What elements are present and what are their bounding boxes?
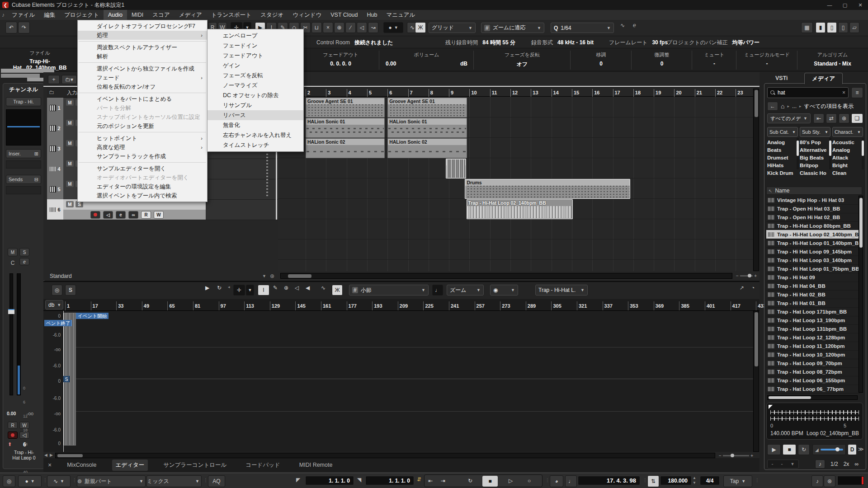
go-to-end-icon[interactable]: ⇥: [441, 478, 445, 484]
info-column-5[interactable]: ミュート-: [692, 51, 736, 70]
color-tool[interactable]: ↝: [368, 22, 378, 33]
submenu-item[interactable]: フェードアウト: [208, 51, 303, 61]
close-icon[interactable]: ✕: [853, 0, 868, 10]
attribute-item[interactable]: Acoustic: [832, 139, 863, 146]
grid-type-dropdown[interactable]: # ズームに適応▼: [481, 23, 544, 33]
sends-section[interactable]: Sends⊟: [6, 175, 41, 184]
attribute-item[interactable]: Analog: [767, 139, 798, 146]
channel-up-icon[interactable]: ⬆: [8, 441, 12, 447]
media-type-filter-dropdown[interactable]: すべてのメディアタ.▼: [767, 113, 811, 123]
close-lower-zone-icon[interactable]: ×: [48, 461, 52, 469]
lower-zone-tab-MIDI Remote[interactable]: MIDI Remote: [296, 460, 336, 470]
independent-loop-icon[interactable]: ◔: [751, 285, 755, 296]
go-to-start-icon[interactable]: ⇤: [428, 478, 433, 484]
media-file-row[interactable]: Trap - Hi Hat Loop 09_145bpm: [766, 247, 860, 256]
menu-item[interactable]: 解析: [78, 52, 207, 61]
cycle-icon[interactable]: ↻: [468, 478, 472, 484]
filters-toggle-icon[interactable]: ❏: [851, 113, 863, 123]
menu-item[interactable]: サンプラートラックを作成: [78, 152, 207, 161]
editor-audition-icon[interactable]: ◀: [306, 285, 310, 296]
quantize-edit-icon[interactable]: e: [633, 22, 636, 33]
editor-draw-tool-icon[interactable]: ✎: [273, 285, 278, 296]
quantize-dropdown[interactable]: Q 1/64▼: [551, 23, 614, 33]
media-file-row[interactable]: Trap - Hi Hat Loop 01_75bpm_BB: [766, 264, 860, 273]
maximize-icon[interactable]: ▢: [837, 0, 853, 10]
constrain-delay-icon[interactable]: ◎: [3, 475, 15, 487]
back-icon[interactable]: ←: [767, 102, 778, 111]
attribute-scrollbar[interactable]: [862, 138, 864, 169]
lower-zone-tab-コードパッド[interactable]: コードパッド: [242, 460, 283, 471]
editor-autoscroll-caret-icon[interactable]: ▼: [246, 285, 254, 296]
left-zone-toggle-icon[interactable]: ▮: [816, 22, 826, 33]
time-signature-display[interactable]: 4/4: [700, 476, 720, 485]
channel-solo-button[interactable]: S: [19, 248, 29, 256]
editor-hscrollbar[interactable]: [55, 453, 715, 458]
menubar-item-Audio[interactable]: Audio: [104, 10, 127, 20]
collapse-icon[interactable]: ◂: [228, 285, 230, 296]
tap-tempo-button[interactable]: Tap▼: [723, 475, 752, 487]
write-icon[interactable]: W: [154, 211, 164, 219]
event-HALion Sonic 01[interactable]: HALion Sonic 01: [306, 118, 385, 138]
attribute-item[interactable]: Bright: [832, 162, 863, 169]
time-format-icon[interactable]: ♩: [565, 475, 577, 487]
track-solo-button[interactable]: S: [75, 201, 83, 207]
attribute-item[interactable]: Beats: [767, 146, 798, 154]
info-column-0[interactable]: フェードアウト0. 0. 0. 0: [302, 51, 379, 70]
event-Groove Agent SE 01[interactable]: Groove Agent SE 01: [387, 98, 467, 117]
inserts-section[interactable]: Inser.⊞: [6, 149, 41, 158]
media-file-row[interactable]: Trap - Hi-Hat Loop 02_140bpm_BB: [766, 230, 860, 239]
stop-icon[interactable]: ■: [482, 476, 498, 487]
media-file-row[interactable]: Trap - Hat Loop 171bpm_BB: [766, 307, 860, 316]
tempo-display[interactable]: 180.000: [660, 476, 692, 485]
media-file-row[interactable]: Trap - Hi Hat 09: [766, 273, 860, 282]
right-zone-toggle-icon[interactable]: ▯: [838, 22, 848, 33]
editor-solo-button[interactable]: S: [65, 285, 76, 296]
track-name-button[interactable]: Trap - Hi.: [6, 97, 41, 106]
event-HALion Sonic 02[interactable]: HALion Sonic 02: [306, 138, 385, 158]
menubar-item-スコア[interactable]: スコア: [148, 10, 174, 20]
divider-dots[interactable]: ⋮: [203, 478, 208, 483]
editor-range-tool-icon[interactable]: I: [258, 285, 269, 296]
lower-zone-tab-サンプラーコントロール[interactable]: サンプラーコントロール: [160, 460, 230, 471]
track-mute-button[interactable]: M: [66, 201, 74, 207]
half-tempo-button[interactable]: 1/2: [830, 461, 838, 467]
menubar-item-マニュアル[interactable]: マニュアル: [382, 10, 420, 20]
preview-stop-icon[interactable]: ■: [783, 444, 796, 455]
editor-play-icon[interactable]: ▶: [205, 285, 209, 296]
results-view-icon[interactable]: ≡: [851, 87, 863, 98]
align-beat-icon[interactable]: ≫: [858, 446, 864, 452]
event-Groove Agent SE 01[interactable]: Groove Agent SE 01: [306, 98, 385, 117]
setup-toolbar-icon[interactable]: ▱: [849, 22, 859, 33]
menubar-item-ウィンドウ[interactable]: ウィンドウ: [288, 10, 326, 20]
media-file-row[interactable]: Trap - Hat Loop 06_155bpm: [766, 376, 860, 385]
breadcrumb-current[interactable]: すべての項目を表示: [804, 103, 854, 110]
editor-level-scale-dropdown[interactable]: db▼: [45, 300, 63, 310]
attribute-item[interactable]: Alternative: [800, 146, 830, 154]
event-Trap - Hi-Hat Loop 02_140bpm_BB[interactable]: Trap - Hi-Hat Loop 02_140bpm_BB: [467, 199, 573, 219]
submenu-item[interactable]: ゲイン: [208, 61, 303, 70]
event-start-tag[interactable]: イベント開始: [76, 313, 108, 319]
event-Drums[interactable]: Drums: [465, 179, 630, 199]
editor-scrub-icon[interactable]: ◁: [295, 285, 299, 296]
info-column-3[interactable]: 移調0: [570, 51, 632, 70]
zoom-tool[interactable]: ⊕: [334, 22, 344, 33]
event-end-tag[interactable]: ベント終了: [44, 320, 72, 326]
submenu-item[interactable]: フェーズを反転: [208, 70, 303, 80]
reset-filter-icon[interactable]: ⇤: [813, 113, 824, 123]
media-setup-icon[interactable]: ⊛: [839, 113, 849, 123]
primary-time-display[interactable]: 17. 4. 3. 98: [578, 476, 640, 485]
record-mode-dropdown[interactable]: ●▼: [18, 475, 42, 487]
shuffle-results-icon[interactable]: ⇄: [826, 113, 837, 123]
editor-zoom-dropdown[interactable]: ズーム▼: [447, 285, 484, 296]
read-automation-button[interactable]: R: [8, 422, 18, 429]
editor-scroll-left-icon[interactable]: ◀: [44, 453, 47, 457]
workspace-icon[interactable]: ▦: [801, 22, 813, 33]
menubar-item-ファイル[interactable]: ファイル: [7, 10, 39, 20]
attribute-item[interactable]: Big Beats: [800, 154, 830, 162]
attribute-item[interactable]: Britpop: [800, 162, 830, 169]
add-track-button[interactable]: +: [48, 75, 60, 84]
submenu-item[interactable]: エンベロープ: [208, 31, 303, 41]
menubar-item-トランスポート[interactable]: トランスポート: [207, 10, 256, 20]
attribute-item[interactable]: Kick Drum: [767, 169, 798, 176]
redo-icon[interactable]: ↷: [18, 22, 30, 33]
